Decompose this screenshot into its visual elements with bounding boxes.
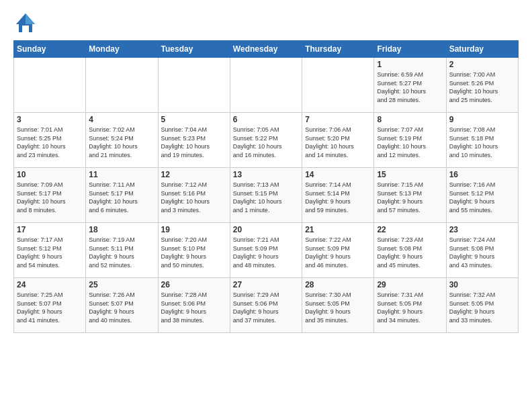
calendar-cell bbox=[86, 58, 158, 113]
week-row-5: 24Sunrise: 7:25 AM Sunset: 5:07 PM Dayli… bbox=[14, 278, 519, 333]
day-info: Sunrise: 7:12 AM Sunset: 5:16 PM Dayligh… bbox=[161, 181, 227, 214]
calendar-cell: 25Sunrise: 7:26 AM Sunset: 5:07 PM Dayli… bbox=[86, 278, 158, 333]
day-number: 13 bbox=[233, 170, 299, 179]
day-number: 14 bbox=[305, 170, 371, 179]
calendar-cell: 6Sunrise: 7:05 AM Sunset: 5:22 PM Daylig… bbox=[230, 113, 302, 168]
day-number: 19 bbox=[161, 225, 227, 234]
day-info: Sunrise: 7:06 AM Sunset: 5:20 PM Dayligh… bbox=[305, 126, 371, 159]
day-info: Sunrise: 7:17 AM Sunset: 5:12 PM Dayligh… bbox=[17, 236, 83, 269]
day-info: Sunrise: 7:26 AM Sunset: 5:07 PM Dayligh… bbox=[89, 291, 154, 324]
calendar-cell: 18Sunrise: 7:19 AM Sunset: 5:11 PM Dayli… bbox=[86, 223, 158, 278]
day-info: Sunrise: 7:11 AM Sunset: 5:17 PM Dayligh… bbox=[89, 181, 154, 214]
day-info: Sunrise: 7:24 AM Sunset: 5:08 PM Dayligh… bbox=[449, 236, 515, 269]
weekday-header-monday: Monday bbox=[86, 41, 158, 58]
day-number: 25 bbox=[89, 280, 154, 289]
day-info: Sunrise: 7:05 AM Sunset: 5:22 PM Dayligh… bbox=[233, 126, 299, 159]
day-info: Sunrise: 6:59 AM Sunset: 5:27 PM Dayligh… bbox=[377, 71, 443, 104]
calendar-cell: 3Sunrise: 7:01 AM Sunset: 5:25 PM Daylig… bbox=[14, 113, 86, 168]
weekday-header-wednesday: Wednesday bbox=[230, 41, 302, 58]
calendar-header: SundayMondayTuesdayWednesdayThursdayFrid… bbox=[14, 41, 519, 58]
calendar-cell: 21Sunrise: 7:22 AM Sunset: 5:09 PM Dayli… bbox=[302, 223, 374, 278]
calendar-cell: 7Sunrise: 7:06 AM Sunset: 5:20 PM Daylig… bbox=[302, 113, 374, 168]
calendar-cell: 16Sunrise: 7:16 AM Sunset: 5:12 PM Dayli… bbox=[446, 168, 518, 223]
header bbox=[13, 11, 519, 35]
calendar-cell: 1Sunrise: 6:59 AM Sunset: 5:27 PM Daylig… bbox=[374, 58, 446, 113]
day-info: Sunrise: 7:00 AM Sunset: 5:26 PM Dayligh… bbox=[449, 71, 515, 104]
calendar-cell bbox=[302, 58, 374, 113]
day-number: 18 bbox=[89, 225, 154, 234]
calendar-body: 1Sunrise: 6:59 AM Sunset: 5:27 PM Daylig… bbox=[14, 58, 519, 333]
day-number: 21 bbox=[305, 225, 371, 234]
day-info: Sunrise: 7:21 AM Sunset: 5:09 PM Dayligh… bbox=[233, 236, 299, 269]
week-row-4: 17Sunrise: 7:17 AM Sunset: 5:12 PM Dayli… bbox=[14, 223, 519, 278]
calendar-cell: 17Sunrise: 7:17 AM Sunset: 5:12 PM Dayli… bbox=[14, 223, 86, 278]
calendar-cell bbox=[230, 58, 302, 113]
day-number: 8 bbox=[377, 115, 443, 124]
calendar-cell: 28Sunrise: 7:30 AM Sunset: 5:05 PM Dayli… bbox=[302, 278, 374, 333]
day-info: Sunrise: 7:15 AM Sunset: 5:13 PM Dayligh… bbox=[377, 181, 443, 214]
day-info: Sunrise: 7:08 AM Sunset: 5:18 PM Dayligh… bbox=[449, 126, 515, 159]
day-number: 10 bbox=[17, 170, 83, 179]
weekday-header-friday: Friday bbox=[374, 41, 446, 58]
week-row-3: 10Sunrise: 7:09 AM Sunset: 5:17 PM Dayli… bbox=[14, 168, 519, 223]
day-number: 26 bbox=[161, 280, 227, 289]
day-number: 30 bbox=[449, 280, 515, 289]
day-info: Sunrise: 7:09 AM Sunset: 5:17 PM Dayligh… bbox=[17, 181, 83, 214]
calendar-cell bbox=[14, 58, 86, 113]
calendar-cell: 15Sunrise: 7:15 AM Sunset: 5:13 PM Dayli… bbox=[374, 168, 446, 223]
day-info: Sunrise: 7:19 AM Sunset: 5:11 PM Dayligh… bbox=[89, 236, 154, 269]
calendar-cell: 12Sunrise: 7:12 AM Sunset: 5:16 PM Dayli… bbox=[158, 168, 230, 223]
calendar-cell: 30Sunrise: 7:32 AM Sunset: 5:05 PM Dayli… bbox=[446, 278, 518, 333]
calendar-cell: 9Sunrise: 7:08 AM Sunset: 5:18 PM Daylig… bbox=[446, 113, 518, 168]
calendar-cell: 29Sunrise: 7:31 AM Sunset: 5:05 PM Dayli… bbox=[374, 278, 446, 333]
day-number: 4 bbox=[89, 115, 154, 124]
day-number: 1 bbox=[377, 60, 443, 69]
day-number: 12 bbox=[161, 170, 227, 179]
calendar-page: SundayMondayTuesdayWednesdayThursdayFrid… bbox=[0, 0, 532, 411]
day-number: 28 bbox=[305, 280, 371, 289]
calendar-cell: 24Sunrise: 7:25 AM Sunset: 5:07 PM Dayli… bbox=[14, 278, 86, 333]
calendar-cell: 26Sunrise: 7:28 AM Sunset: 5:06 PM Dayli… bbox=[158, 278, 230, 333]
calendar-cell: 19Sunrise: 7:20 AM Sunset: 5:10 PM Dayli… bbox=[158, 223, 230, 278]
day-number: 27 bbox=[233, 280, 299, 289]
weekday-row: SundayMondayTuesdayWednesdayThursdayFrid… bbox=[14, 41, 519, 58]
day-info: Sunrise: 7:14 AM Sunset: 5:14 PM Dayligh… bbox=[305, 181, 371, 214]
calendar-cell: 20Sunrise: 7:21 AM Sunset: 5:09 PM Dayli… bbox=[230, 223, 302, 278]
day-info: Sunrise: 7:01 AM Sunset: 5:25 PM Dayligh… bbox=[17, 126, 83, 159]
day-number: 5 bbox=[161, 115, 227, 124]
day-number: 11 bbox=[89, 170, 154, 179]
calendar-cell: 2Sunrise: 7:00 AM Sunset: 5:26 PM Daylig… bbox=[446, 58, 518, 113]
day-number: 3 bbox=[17, 115, 83, 124]
day-number: 22 bbox=[377, 225, 443, 234]
day-number: 9 bbox=[449, 115, 515, 124]
day-number: 6 bbox=[233, 115, 299, 124]
day-number: 23 bbox=[449, 225, 515, 234]
calendar-cell: 11Sunrise: 7:11 AM Sunset: 5:17 PM Dayli… bbox=[86, 168, 158, 223]
weekday-header-thursday: Thursday bbox=[302, 41, 374, 58]
day-number: 16 bbox=[449, 170, 515, 179]
day-number: 24 bbox=[17, 280, 83, 289]
day-info: Sunrise: 7:20 AM Sunset: 5:10 PM Dayligh… bbox=[161, 236, 227, 269]
weekday-header-sunday: Sunday bbox=[14, 41, 86, 58]
day-info: Sunrise: 7:07 AM Sunset: 5:19 PM Dayligh… bbox=[377, 126, 443, 159]
day-info: Sunrise: 7:04 AM Sunset: 5:23 PM Dayligh… bbox=[161, 126, 227, 159]
svg-marker-1 bbox=[26, 13, 35, 24]
calendar-cell: 13Sunrise: 7:13 AM Sunset: 5:15 PM Dayli… bbox=[230, 168, 302, 223]
calendar-cell: 10Sunrise: 7:09 AM Sunset: 5:17 PM Dayli… bbox=[14, 168, 86, 223]
calendar-cell bbox=[158, 58, 230, 113]
day-info: Sunrise: 7:16 AM Sunset: 5:12 PM Dayligh… bbox=[449, 181, 515, 214]
day-info: Sunrise: 7:29 AM Sunset: 5:06 PM Dayligh… bbox=[233, 291, 299, 324]
day-info: Sunrise: 7:32 AM Sunset: 5:05 PM Dayligh… bbox=[449, 291, 515, 324]
calendar-table: SundayMondayTuesdayWednesdayThursdayFrid… bbox=[13, 40, 519, 333]
day-info: Sunrise: 7:02 AM Sunset: 5:24 PM Dayligh… bbox=[89, 126, 154, 159]
calendar-cell: 27Sunrise: 7:29 AM Sunset: 5:06 PM Dayli… bbox=[230, 278, 302, 333]
calendar-cell: 23Sunrise: 7:24 AM Sunset: 5:08 PM Dayli… bbox=[446, 223, 518, 278]
day-number: 20 bbox=[233, 225, 299, 234]
day-info: Sunrise: 7:22 AM Sunset: 5:09 PM Dayligh… bbox=[305, 236, 371, 269]
day-number: 7 bbox=[305, 115, 371, 124]
weekday-header-saturday: Saturday bbox=[446, 41, 518, 58]
calendar-cell: 5Sunrise: 7:04 AM Sunset: 5:23 PM Daylig… bbox=[158, 113, 230, 168]
logo bbox=[13, 11, 42, 35]
day-number: 15 bbox=[377, 170, 443, 179]
day-info: Sunrise: 7:23 AM Sunset: 5:08 PM Dayligh… bbox=[377, 236, 443, 269]
